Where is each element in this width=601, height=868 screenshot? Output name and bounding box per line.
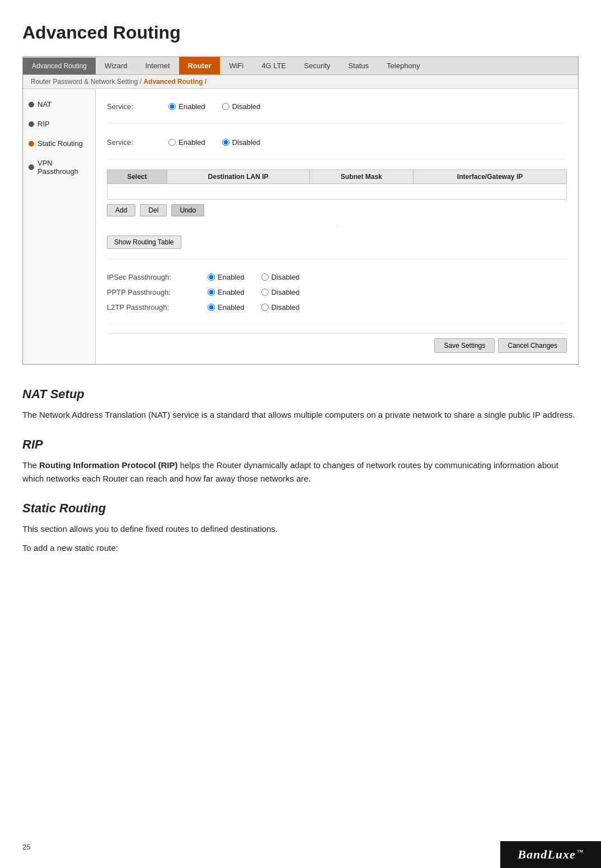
- static-routing-empty-row: [107, 184, 567, 200]
- dot-separator: ·: [107, 220, 567, 232]
- sidebar: NAT RIP Static Routing VPN Passthrough: [23, 89, 96, 364]
- sidebar-item-nat[interactable]: NAT: [23, 95, 95, 114]
- nat-radio-group: Enabled Disabled: [168, 102, 260, 111]
- nat-service-row: Service: Enabled Disabled: [107, 98, 567, 115]
- sidebar-bullet-rip: [29, 121, 34, 127]
- rip-enabled-option[interactable]: Enabled: [168, 138, 205, 147]
- nav-tabs: Wizard Internet Router WiFi 4G LTE Secur…: [96, 57, 429, 74]
- static-routing-paragraph2: To add a new static route:: [22, 541, 579, 555]
- rip-text-prefix: The: [22, 460, 39, 470]
- tab-security[interactable]: Security: [295, 57, 339, 74]
- nat-setup-paragraph: The Network Address Translation (NAT) se…: [22, 408, 579, 422]
- col-select: Select: [107, 170, 167, 184]
- pptp-radio-group: Enabled Disabled: [208, 288, 299, 296]
- rip-radio-group: Enabled Disabled: [168, 138, 260, 147]
- rip-enabled-label: Enabled: [179, 138, 205, 147]
- rip-section: Service: Enabled Disabled: [107, 134, 567, 159]
- l2tp-enabled-label: Enabled: [218, 303, 245, 312]
- nat-service-label: Service:: [107, 102, 152, 111]
- breadcrumb-current: Advanced Routing /: [143, 78, 206, 86]
- ipsec-disabled-label: Disabled: [271, 273, 300, 281]
- sidebar-label-rip: RIP: [37, 120, 50, 128]
- pptp-label: PPTP Passthrough:: [107, 288, 196, 296]
- add-button[interactable]: Add: [107, 204, 135, 216]
- top-nav: Advanced Routing Wizard Internet Router …: [23, 57, 578, 75]
- router-panel: Advanced Routing Wizard Internet Router …: [22, 56, 579, 365]
- sidebar-item-static-routing[interactable]: Static Routing: [23, 134, 95, 153]
- pptp-disabled-radio[interactable]: [261, 289, 269, 296]
- tab-status[interactable]: Status: [339, 57, 378, 74]
- sidebar-label-vpn: VPN Passthrough: [37, 159, 90, 176]
- l2tp-disabled-radio[interactable]: [261, 304, 269, 311]
- ipsec-radio-group: Enabled Disabled: [208, 273, 299, 281]
- col-destination: Destination LAN IP: [167, 170, 309, 184]
- ipsec-enabled-option[interactable]: Enabled: [208, 273, 245, 281]
- sidebar-bullet-static-routing: [29, 141, 34, 147]
- panel-body: NAT RIP Static Routing VPN Passthrough S…: [23, 89, 578, 364]
- breadcrumb-path: Router Password & Network Setting /: [31, 78, 143, 86]
- save-settings-button[interactable]: Save Settings: [434, 338, 495, 353]
- ipsec-disabled-option[interactable]: Disabled: [261, 273, 300, 281]
- table-action-row: Add Del Undo: [107, 204, 567, 216]
- ipsec-row: IPSec Passthrough: Enabled Disabled: [107, 270, 567, 285]
- nat-disabled-label: Disabled: [232, 102, 261, 111]
- rip-disabled-label: Disabled: [232, 138, 261, 147]
- pptp-disabled-option[interactable]: Disabled: [261, 288, 300, 296]
- nat-disabled-option[interactable]: Disabled: [222, 102, 261, 111]
- l2tp-disabled-option[interactable]: Disabled: [261, 303, 300, 312]
- nat-section: Service: Enabled Disabled: [107, 98, 567, 124]
- pptp-enabled-label: Enabled: [218, 288, 245, 296]
- del-button[interactable]: Del: [140, 204, 167, 216]
- pptp-disabled-label: Disabled: [271, 288, 300, 296]
- static-routing-heading: Static Routing: [22, 501, 579, 516]
- pptp-row: PPTP Passthrough: Enabled Disabled: [107, 285, 567, 300]
- nat-enabled-label: Enabled: [179, 102, 205, 111]
- sidebar-label-nat: NAT: [37, 100, 51, 108]
- nat-disabled-radio[interactable]: [222, 103, 229, 110]
- rip-disabled-radio[interactable]: [222, 139, 229, 146]
- static-routing-paragraph1: This section allows you to define fixed …: [22, 522, 579, 536]
- l2tp-label: L2TP Passthrough:: [107, 303, 196, 312]
- nat-enabled-option[interactable]: Enabled: [168, 102, 205, 111]
- nav-sidebar-label: Advanced Routing: [23, 58, 96, 74]
- l2tp-row: L2TP Passthrough: Enabled Disabled: [107, 300, 567, 315]
- tab-telephony[interactable]: Telephony: [378, 57, 429, 74]
- brand-name: BandLuxe: [518, 847, 575, 861]
- sidebar-label-static-routing: Static Routing: [37, 139, 83, 148]
- l2tp-enabled-radio[interactable]: [208, 304, 215, 311]
- tab-wizard[interactable]: Wizard: [96, 57, 136, 74]
- static-routing-table: Select Destination LAN IP Subnet Mask In…: [107, 169, 567, 200]
- rip-enabled-radio[interactable]: [168, 139, 176, 146]
- l2tp-radio-group: Enabled Disabled: [208, 303, 299, 312]
- content-area: Service: Enabled Disabled: [96, 89, 578, 364]
- ipsec-disabled-radio[interactable]: [261, 273, 269, 281]
- pptp-enabled-option[interactable]: Enabled: [208, 288, 245, 296]
- l2tp-disabled-label: Disabled: [271, 303, 300, 312]
- tab-4glte[interactable]: 4G LTE: [252, 57, 295, 74]
- ipsec-label: IPSec Passthrough:: [107, 273, 196, 281]
- brand-logo-text: BandLuxe™: [518, 847, 583, 862]
- cancel-changes-button[interactable]: Cancel Changes: [498, 338, 567, 353]
- page-number: 25: [22, 843, 30, 851]
- tab-router[interactable]: Router: [179, 57, 220, 74]
- nat-enabled-radio[interactable]: [168, 103, 176, 110]
- rip-service-row: Service: Enabled Disabled: [107, 134, 567, 151]
- static-routing-section: Select Destination LAN IP Subnet Mask In…: [107, 169, 567, 260]
- show-routing-table-button[interactable]: Show Routing Table: [107, 235, 181, 249]
- rip-disabled-option[interactable]: Disabled: [222, 138, 261, 147]
- sidebar-item-rip[interactable]: RIP: [23, 114, 95, 134]
- rip-service-label: Service:: [107, 138, 152, 147]
- rip-strong-text: Routing Information Protocol (RIP): [39, 460, 177, 470]
- breadcrumb: Router Password & Network Setting / Adva…: [23, 75, 578, 89]
- rip-heading: RIP: [22, 437, 579, 452]
- brand-tm: ™: [577, 848, 584, 855]
- pptp-enabled-radio[interactable]: [208, 289, 215, 296]
- col-interface: Interface/Gateway IP: [414, 170, 567, 184]
- undo-button[interactable]: Undo: [171, 204, 204, 216]
- sidebar-item-vpn-passthrough[interactable]: VPN Passthrough: [23, 153, 95, 181]
- tab-internet[interactable]: Internet: [136, 57, 179, 74]
- l2tp-enabled-option[interactable]: Enabled: [208, 303, 245, 312]
- ipsec-enabled-radio[interactable]: [208, 273, 215, 281]
- ipsec-enabled-label: Enabled: [218, 273, 245, 281]
- tab-wifi[interactable]: WiFi: [220, 57, 252, 74]
